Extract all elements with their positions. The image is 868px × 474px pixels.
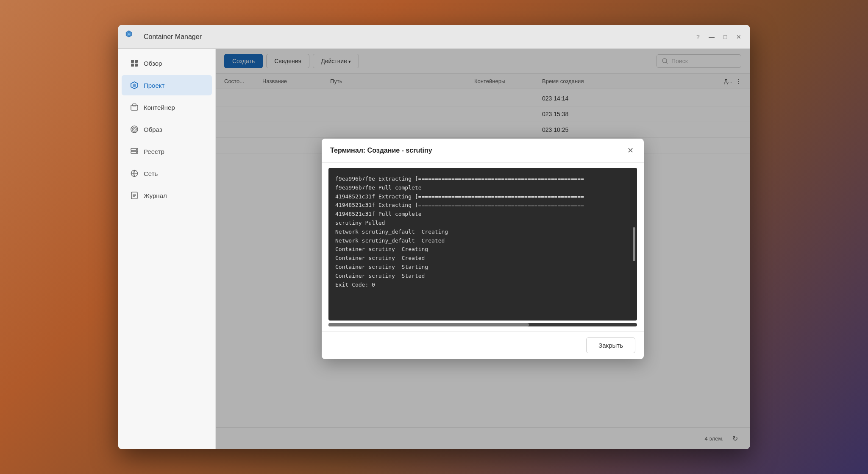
modal-footer: Закрыть <box>322 331 644 359</box>
modal-overlay: Терминал: Создание - scrutiny ✕ f9ea996b… <box>216 49 750 449</box>
app-window: Container Manager ? — □ ✕ Обзор <box>118 25 750 449</box>
modal-header: Терминал: Создание - scrutiny ✕ <box>322 139 644 163</box>
sidebar-item-log[interactable]: Журнал <box>122 185 212 206</box>
registry-icon <box>130 147 139 156</box>
content-area: Создать Сведения Действие Состо... Назва… <box>216 49 750 449</box>
svg-point-13 <box>134 128 135 130</box>
modal-close-button[interactable]: ✕ <box>625 145 635 156</box>
network-icon <box>130 169 139 178</box>
app-title: Container Manager <box>144 33 694 41</box>
log-icon <box>130 191 139 200</box>
svg-rect-3 <box>131 60 134 63</box>
svg-rect-5 <box>131 64 134 67</box>
sidebar-label-overview: Обзор <box>144 60 162 67</box>
main-layout: Обзор Проект Контейнер <box>118 49 750 449</box>
sidebar-label-registry: Реестр <box>144 148 164 155</box>
svg-point-17 <box>136 152 137 153</box>
modal-title: Терминал: Создание - scrutiny <box>330 147 432 154</box>
sidebar-label-log: Журнал <box>144 192 167 199</box>
maximize-button[interactable]: □ <box>721 33 729 41</box>
close-modal-button[interactable]: Закрыть <box>586 337 635 353</box>
app-logo <box>125 30 139 44</box>
modal-body: f9ea996b7f0e Extracting [===============… <box>322 163 644 331</box>
terminal-hscroll-thumb <box>328 323 529 326</box>
sidebar: Обзор Проект Контейнер <box>118 49 216 449</box>
project-icon <box>130 81 139 89</box>
sidebar-item-registry[interactable]: Реестр <box>122 141 212 162</box>
sidebar-label-container: Контейнер <box>144 104 175 111</box>
svg-point-12 <box>132 127 136 131</box>
svg-point-11 <box>131 126 138 133</box>
close-button[interactable]: ✕ <box>734 33 743 41</box>
terminal-text: f9ea996b7f0e Extracting [===============… <box>335 175 630 289</box>
sidebar-label-network: Сеть <box>144 170 158 177</box>
title-bar: Container Manager ? — □ ✕ <box>118 25 750 49</box>
sidebar-item-project[interactable]: Проект <box>122 75 212 95</box>
grid-icon <box>130 59 139 67</box>
image-icon <box>130 125 139 134</box>
terminal-modal: Терминал: Создание - scrutiny ✕ f9ea996b… <box>322 139 644 359</box>
help-button[interactable]: ? <box>694 33 702 41</box>
minimize-button[interactable]: — <box>707 33 716 41</box>
svg-marker-8 <box>133 84 136 87</box>
sidebar-label-project: Проект <box>144 82 164 89</box>
terminal-output[interactable]: f9ea996b7f0e Extracting [===============… <box>328 168 637 321</box>
sidebar-item-network[interactable]: Сеть <box>122 163 212 184</box>
svg-rect-4 <box>135 60 138 63</box>
container-icon <box>130 103 139 112</box>
terminal-hscroll[interactable] <box>328 323 637 326</box>
terminal-scrollbar[interactable] <box>633 227 635 261</box>
window-controls: ? — □ ✕ <box>694 33 743 41</box>
sidebar-label-image: Образ <box>144 126 162 133</box>
sidebar-item-image[interactable]: Образ <box>122 119 212 139</box>
svg-rect-6 <box>135 64 138 67</box>
svg-point-16 <box>136 149 137 150</box>
sidebar-item-container[interactable]: Контейнер <box>122 97 212 117</box>
sidebar-item-overview[interactable]: Обзор <box>122 53 212 73</box>
